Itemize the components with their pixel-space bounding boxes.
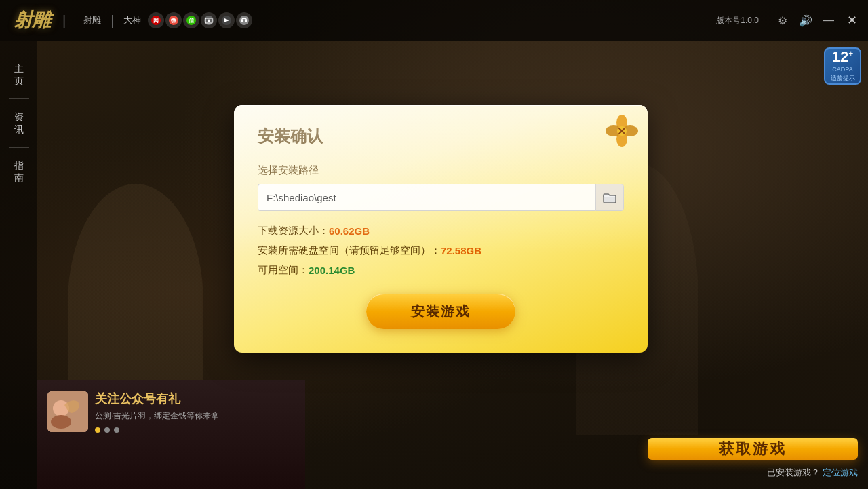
settings-icon[interactable]: ⚙ <box>773 11 792 30</box>
download-size-label: 下载资源大小： <box>258 224 329 237</box>
nav-icon-video[interactable] <box>218 12 235 28</box>
topbar-left: 射雕 | 射雕 | 大神 网 微 信 <box>7 7 252 33</box>
nav-icon-weibo[interactable]: 微 <box>165 12 182 28</box>
locate-game-link[interactable]: 定位游戏 <box>823 467 858 477</box>
install-dialog: 安装确认 选择安装路径 下载资源大小： 60.62GB 安装所需硬盘空间（请预留… <box>234 105 648 353</box>
bottom-right-area: 获取游戏 已安装游戏？ 定位游戏 <box>648 428 868 489</box>
available-space-row: 可用空间： 200.14GB <box>258 264 624 277</box>
nav-label-dashen: 大神 <box>123 14 141 26</box>
available-label: 可用空间： <box>258 264 309 277</box>
topbar-nav: 射雕 | 大神 网 微 信 <box>78 12 252 29</box>
dialog-title: 安装确认 <box>258 125 323 147</box>
sidebar-sep-1 <box>9 98 29 99</box>
sidebar-label-news1: 资 <box>14 111 24 123</box>
svg-point-11 <box>239 16 249 25</box>
banner-title: 关注公众号有礼 <box>95 391 219 407</box>
nav-item-game[interactable]: 射雕 <box>78 12 106 29</box>
sidebar-item-guide[interactable]: 指 南 <box>0 151 37 192</box>
sidebar-item-home[interactable]: 主 页 <box>0 54 37 95</box>
path-input-row <box>258 184 624 211</box>
sidebar-label-home: 主 <box>14 62 24 75</box>
age-plus: + <box>848 50 853 58</box>
sidebar-item-news[interactable]: 资 讯 <box>0 102 37 143</box>
bottom-banner: 关注公众号有礼 公测·吉光片羽，绑定金钱等你来拿 <box>37 380 305 489</box>
sidebar-label-home2: 页 <box>14 75 24 87</box>
banner-subtitle: 公测·吉光片羽，绑定金钱等你来拿 <box>95 410 219 422</box>
nav-icon-wechat[interactable]: 信 <box>183 12 199 28</box>
disk-space-label: 安装所需硬盘空间（请预留足够空间）： <box>258 244 441 257</box>
nav-icon-headset[interactable] <box>236 12 252 28</box>
available-value: 200.14GB <box>309 265 355 276</box>
svg-text:网: 网 <box>153 18 159 24</box>
topbar-right: 版本号1.0.0 ⚙ 🔊 — ✕ <box>716 11 861 30</box>
disk-space-row: 安装所需硬盘空间（请预留足够空间）： 72.58GB <box>258 244 624 257</box>
topbar-divider <box>766 14 766 27</box>
close-window-button[interactable]: ✕ <box>842 11 861 30</box>
banner-dot-1[interactable] <box>95 427 100 433</box>
game-logo: 射雕 <box>7 7 57 33</box>
age-description: 适龄提示 <box>831 74 855 83</box>
dialog-close-button[interactable] <box>604 113 639 149</box>
svg-point-22 <box>51 415 71 429</box>
age-cadpa: CADPA <box>832 66 852 73</box>
banner-dot-2[interactable] <box>104 427 110 433</box>
dialog-header: 安装确认 <box>258 125 624 147</box>
disk-space-value: 72.58GB <box>441 245 481 256</box>
sidebar-label-guide1: 指 <box>14 159 24 172</box>
sidebar-label-guide2: 南 <box>14 172 24 184</box>
svg-text:信: 信 <box>188 18 195 24</box>
installed-label: 已安装游戏？ <box>767 467 820 477</box>
path-browse-button[interactable] <box>595 184 624 211</box>
banner-dots <box>95 427 219 433</box>
topbar: 射雕 | 射雕 | 大神 网 微 信 <box>0 0 868 41</box>
path-input[interactable] <box>258 184 595 211</box>
nav-icon-163[interactable]: 网 <box>148 12 164 28</box>
download-size-value: 60.62GB <box>329 225 370 237</box>
nav-divider-2: | <box>111 13 114 28</box>
nav-label-game: 射雕 <box>83 14 101 26</box>
minimize-icon[interactable]: — <box>819 11 838 30</box>
banner-dot-3[interactable] <box>114 427 119 433</box>
download-size-row: 下载资源大小： 60.62GB <box>258 224 624 237</box>
installed-info: 已安装游戏？ 定位游戏 <box>767 467 858 479</box>
sidebar: 主 页 资 讯 指 南 <box>0 41 37 489</box>
install-game-button[interactable]: 安装游戏 <box>366 294 515 329</box>
get-game-button[interactable]: 获取游戏 <box>648 438 858 460</box>
version-text: 版本号1.0.0 <box>716 15 759 26</box>
nav-item-dashen[interactable]: 大神 <box>118 12 146 29</box>
nav-divider-1: | <box>62 13 66 28</box>
nav-icon-photo[interactable] <box>201 12 217 28</box>
svg-point-8 <box>208 20 210 22</box>
age-number: 12 <box>832 50 848 64</box>
banner-content: 关注公众号有礼 公测·吉光片羽，绑定金钱等你来拿 <box>37 380 305 448</box>
sound-icon[interactable]: 🔊 <box>796 11 815 30</box>
age-rating-badge: 12 + CADPA 适龄提示 <box>824 47 861 85</box>
sidebar-label-news2: 讯 <box>14 123 24 136</box>
svg-text:微: 微 <box>170 18 177 24</box>
sidebar-sep-2 <box>9 147 29 148</box>
path-label: 选择安装路径 <box>258 164 624 177</box>
